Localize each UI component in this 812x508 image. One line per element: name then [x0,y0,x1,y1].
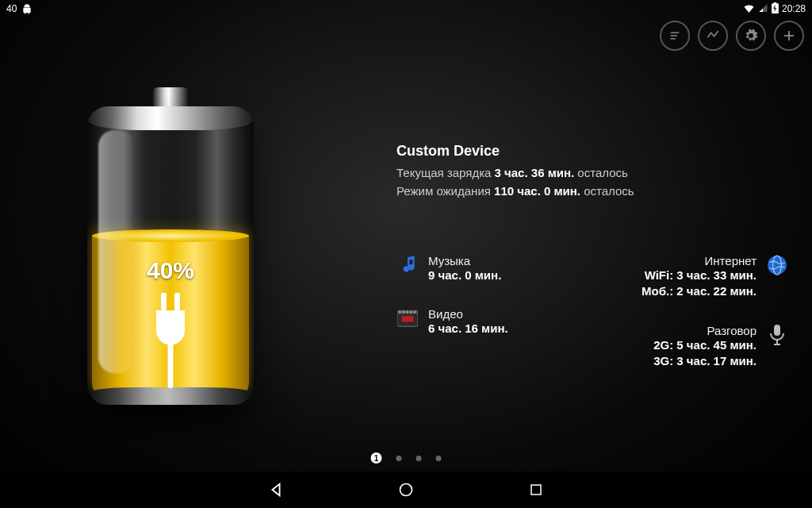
battery-status-icon [772,2,779,16]
navigation-bar [0,471,812,508]
usage-col-right: Интернет WiFi: 3 час. 33 мин. Моб.: 2 ча… [556,254,788,369]
svg-rect-22 [531,485,541,495]
charge-prefix: Текущая зарядка [396,166,495,179]
svg-rect-7 [161,293,167,310]
svg-rect-17 [402,316,414,321]
battery-bottom-lip [87,387,254,405]
wifi-icon [743,3,755,15]
standby-line: Режим ожидания 110 час. 0 мин. осталось [396,183,788,201]
mic-icon [766,324,788,346]
battery-body: 40% [87,106,254,405]
usage-music: Музыка 9 час. 0 мин. [396,254,508,283]
settings-button[interactable] [736,21,766,51]
svg-rect-14 [406,311,408,314]
signal-icon [758,3,768,15]
usage-internet-title: Интернет [642,254,756,267]
battery-percent-label: 40% [147,257,194,284]
status-left-text: 40 [6,3,17,14]
device-name: Custom Device [396,143,788,160]
svg-rect-1 [774,2,777,4]
svg-rect-15 [410,311,412,314]
chart-button[interactable] [698,21,728,51]
svg-rect-12 [399,311,401,314]
usage-video: Видео 6 час. 16 мин. [396,307,508,337]
svg-point-21 [400,484,412,496]
list-button[interactable] [660,21,690,51]
usage-grid: Музыка 9 час. 0 мин. Видео 6 час. 16 мин… [396,254,788,369]
video-icon [396,307,419,329]
usage-internet-wifi: WiFi: 3 час. 33 мин. [642,267,756,283]
page-indicator[interactable]: 1 [371,452,442,464]
status-time: 20:28 [782,3,806,14]
pager-dot-3[interactable] [416,456,422,461]
svg-rect-13 [403,311,405,314]
pager-dot-1[interactable]: 1 [371,452,382,464]
usage-talk: Разговор 2G: 5 час. 45 мин. 3G: 3 час. 1… [653,324,788,370]
charge-line: Текущая зарядка 3 час. 36 мин. осталось [396,164,788,183]
svg-point-18 [768,256,787,275]
add-button[interactable] [774,21,804,51]
usage-talk-2g: 2G: 5 час. 45 мин. [653,337,756,353]
charge-suffix: осталось [574,166,628,179]
usage-talk-3g: 3G: 3 час. 17 мин. [653,353,756,369]
home-button[interactable] [396,480,416,499]
pager-active-label: 1 [374,454,379,463]
usage-col-left: Музыка 9 час. 0 мин. Видео 6 час. 16 мин… [396,254,508,369]
standby-suffix: осталось [580,184,634,198]
usage-video-value: 6 час. 16 мин. [428,321,508,337]
charge-value: 3 час. 36 мин. [495,166,575,179]
recents-button[interactable] [527,480,546,499]
svg-rect-20 [774,325,780,336]
toolbar [660,21,804,51]
usage-music-value: 9 час. 0 мин. [428,267,501,283]
usage-video-title: Видео [428,307,508,321]
usage-internet: Интернет WiFi: 3 час. 33 мин. Моб.: 2 ча… [642,254,788,300]
svg-rect-16 [413,311,416,314]
status-bar-left: 40 [6,3,33,14]
globe-icon [766,254,788,276]
pager-dot-2[interactable] [396,456,402,461]
status-bar-right: 20:28 [743,2,806,16]
battery-top-lip [87,106,254,130]
plug-icon [147,293,194,388]
pager-dot-4[interactable] [436,456,442,461]
status-bar: 40 20:28 [0,0,812,17]
usage-talk-title: Разговор [653,324,756,337]
battery-graphic: 40% [87,87,254,405]
battery-cap [153,87,188,108]
svg-rect-9 [168,342,174,388]
standby-prefix: Режим ожидания [396,184,494,198]
device-info: Custom Device Текущая зарядка 3 час. 36 … [396,143,788,200]
android-icon [21,3,33,14]
standby-value: 110 час. 0 мин. [494,184,580,198]
back-button[interactable] [266,480,285,499]
usage-internet-mobile: Моб.: 2 час. 22 мин. [642,283,756,299]
battery-gloss [98,130,135,373]
svg-rect-8 [174,293,180,310]
music-icon [396,254,419,276]
usage-music-title: Музыка [428,254,501,267]
